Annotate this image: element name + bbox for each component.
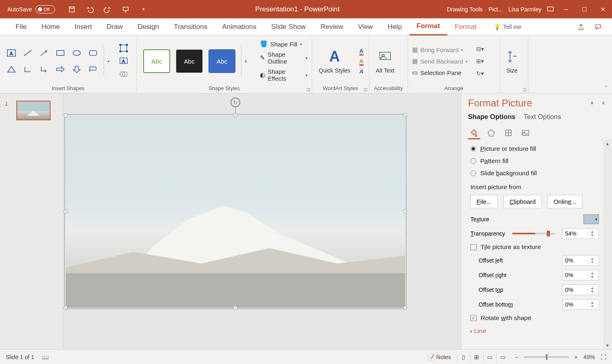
spellcheck-icon[interactable]: 📖 — [42, 354, 49, 360]
scroll-up-icon[interactable]: ▲ — [603, 139, 612, 148]
tab-help[interactable]: Help — [380, 18, 409, 35]
qat-more-icon[interactable]: ▾ — [139, 5, 148, 14]
text-options-tab[interactable]: Text Options — [523, 113, 561, 123]
tile-checkbox[interactable]: Tile picture as texture — [470, 241, 610, 253]
slide-thumbnail-1[interactable] — [16, 101, 51, 120]
shape-styles-launcher-icon[interactable]: ◲ — [306, 87, 310, 92]
text-fill-icon[interactable]: A — [359, 48, 364, 55]
autosave[interactable]: AutoSave Off — [0, 5, 62, 13]
zoom-level[interactable]: 49% — [583, 354, 595, 360]
slide-bg-fill-radio[interactable]: Slide background fill — [470, 167, 610, 179]
style-more-icon[interactable]: ▾ — [241, 46, 250, 77]
resize-handle-bm[interactable] — [233, 306, 237, 310]
textbox-icon[interactable]: A — [4, 46, 19, 60]
scroll-down-icon[interactable]: ▼ — [603, 341, 612, 349]
shape-fill-button[interactable]: 🪣Shape Fill▾ — [260, 40, 308, 48]
effects-pane-icon[interactable] — [485, 127, 497, 139]
offset-top-input[interactable] — [563, 287, 588, 293]
tab-transitions[interactable]: Transitions — [166, 18, 215, 35]
save-icon[interactable] — [67, 5, 76, 14]
bookmark-icon[interactable] — [86, 62, 100, 77]
size-pane-icon[interactable] — [502, 127, 514, 139]
comments-icon[interactable] — [592, 21, 604, 33]
tab-animations[interactable]: Animations — [215, 18, 264, 35]
offset-bottom-input[interactable] — [563, 301, 588, 308]
minimize-icon[interactable]: ─ — [557, 0, 575, 18]
slide-canvas[interactable]: ↻ — [63, 93, 461, 349]
resize-handle-mr[interactable] — [403, 210, 407, 214]
text-effects-icon[interactable]: A — [359, 68, 364, 75]
elbow-arrow-icon[interactable] — [37, 62, 51, 77]
pane-scrollbar[interactable]: ▲ ▼ — [603, 139, 612, 349]
resize-handle-tr[interactable] — [403, 113, 407, 117]
style-preset-1[interactable]: Abc — [143, 49, 170, 73]
wordart-launcher-icon[interactable]: ◲ — [364, 87, 367, 92]
tab-view[interactable]: View — [350, 18, 380, 35]
close-icon[interactable]: ✕ — [594, 0, 612, 18]
shape-gallery[interactable]: A — [4, 46, 100, 77]
triangle-icon[interactable] — [4, 62, 19, 77]
clipboard-button[interactable]: Clipboard — [503, 195, 542, 208]
line-section[interactable]: ▸Line — [470, 324, 610, 338]
edit-shape-icon[interactable] — [118, 43, 129, 53]
sorter-view-icon[interactable]: ⊞ — [470, 352, 483, 362]
shape-outline-button[interactable]: ✎Shape Outline▾ — [260, 51, 308, 65]
present-icon[interactable] — [121, 5, 130, 14]
rotate-icon[interactable]: ↻▾ — [475, 69, 485, 77]
resize-handle-tm[interactable] — [233, 113, 237, 117]
arrow-line-icon[interactable] — [37, 46, 51, 60]
rounded-rect-icon[interactable] — [86, 46, 100, 60]
autosave-toggle[interactable]: Off — [35, 5, 55, 13]
tab-home[interactable]: Home — [34, 18, 67, 35]
offset-right-spinner[interactable]: ▲▼ — [562, 270, 599, 280]
tab-design[interactable]: Design — [130, 18, 166, 35]
size-button[interactable]: Size — [504, 49, 520, 74]
ribbon-display-icon[interactable] — [547, 6, 554, 13]
rotate-handle[interactable]: ↻ — [231, 97, 240, 107]
pane-options-icon[interactable]: ▾ — [591, 100, 593, 106]
shape-style-gallery[interactable]: Abc Abc Abc ▾ — [141, 46, 253, 77]
picture-pane-icon[interactable] — [519, 127, 532, 139]
fill-icon[interactable] — [468, 127, 480, 139]
zoom-out-icon[interactable]: − — [515, 354, 518, 360]
merge-shapes-icon[interactable] — [118, 69, 129, 79]
texture-dropdown[interactable]: ▾ — [583, 214, 599, 224]
tab-file[interactable]: File — [8, 18, 34, 35]
shape-effects-button[interactable]: ◐Shape Effects▾ — [260, 68, 308, 82]
zoom-slider[interactable] — [524, 356, 569, 358]
file-button[interactable]: File... — [470, 195, 498, 208]
shape-options-tab[interactable]: Shape Options — [468, 113, 515, 123]
shapes-more-icon[interactable]: ▾ — [104, 46, 113, 77]
bring-forward-button[interactable]: ▦Bring Forward▾ — [412, 46, 468, 53]
style-preset-2[interactable]: Abc — [176, 49, 203, 73]
pane-close-icon[interactable]: ✕ — [601, 100, 605, 106]
transparency-spinner[interactable]: ▲▼ — [562, 228, 599, 239]
zoom-in-icon[interactable]: + — [574, 354, 578, 360]
offset-right-input[interactable] — [563, 272, 588, 278]
l-shape-icon[interactable] — [20, 62, 35, 77]
online-button[interactable]: Online... — [548, 195, 583, 208]
group-icon[interactable]: ⊞▾ — [475, 57, 485, 65]
tab-review[interactable]: Review — [313, 18, 351, 35]
offset-left-input[interactable] — [563, 257, 588, 264]
send-backward-button[interactable]: ▦Send Backward▾ — [412, 57, 468, 65]
tab-insert[interactable]: Insert — [67, 18, 100, 35]
offset-top-spinner[interactable]: ▲▼ — [562, 285, 599, 295]
align-icon[interactable]: ⊟▾ — [475, 45, 485, 53]
rectangle-icon[interactable] — [53, 46, 68, 60]
resize-handle-tl[interactable] — [64, 113, 68, 117]
resize-handle-bl[interactable] — [64, 306, 68, 310]
text-outline-icon[interactable]: A — [359, 58, 364, 66]
maximize-icon[interactable]: ☐ — [575, 0, 594, 18]
rotate-with-shape-checkbox[interactable]: ✓Rotate with shape — [470, 312, 610, 324]
transparency-slider[interactable] — [512, 233, 555, 234]
resize-handle-ml[interactable] — [64, 210, 68, 214]
tell-me[interactable]: 💡 Tell me — [494, 24, 521, 30]
size-launcher-icon[interactable]: ◲ — [523, 87, 526, 92]
fit-to-window-icon[interactable]: ⛶ — [601, 354, 606, 360]
line-icon[interactable] — [20, 46, 35, 60]
selected-picture[interactable]: ↻ — [66, 115, 405, 308]
textbox2-icon[interactable]: A — [118, 56, 129, 66]
offset-left-spinner[interactable]: ▲▼ — [562, 255, 599, 266]
style-preset-3[interactable]: Abc — [208, 49, 235, 73]
